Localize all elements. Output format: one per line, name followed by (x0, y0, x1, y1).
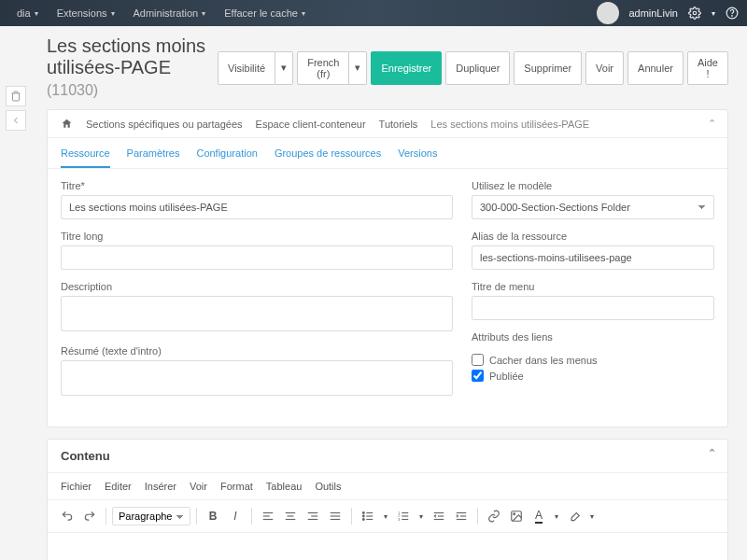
help-icon[interactable] (725, 6, 740, 21)
hide-label: Cacher dans les menus (489, 355, 598, 366)
menu-file[interactable]: Fichier (61, 481, 92, 492)
bold-icon[interactable]: B (203, 506, 223, 526)
ordered-list-icon[interactable]: 123 (393, 506, 414, 526)
indent-icon[interactable] (451, 506, 472, 526)
tab-configuration[interactable]: Configuration (196, 147, 257, 168)
delete-button[interactable]: Supprimer (514, 51, 582, 85)
visibility-button[interactable]: Visibilité (218, 51, 275, 85)
longtitle-input[interactable] (61, 245, 453, 270)
menu-insert[interactable]: Insérer (145, 481, 176, 492)
username[interactable]: adminLivin (628, 7, 678, 19)
menutitle-label: Titre de menu (472, 281, 714, 292)
topbar-right: adminLivin ▾ (597, 2, 740, 24)
topbar-item-clearcache[interactable]: Effacer le cache▾ (215, 7, 315, 19)
format-select[interactable]: Paragraphe (112, 507, 190, 525)
topbar-item-media[interactable]: dia▾ (7, 7, 48, 19)
svg-point-0 (693, 11, 697, 15)
view-button[interactable]: Voir (585, 51, 624, 85)
chevron-down-icon: ▾ (35, 9, 38, 18)
highlight-icon[interactable] (564, 506, 585, 526)
align-right-icon[interactable] (303, 506, 323, 526)
cancel-button[interactable]: Annuler (627, 51, 684, 85)
menutitle-input[interactable] (472, 296, 714, 320)
ordered-list-dropdown[interactable]: ▾ (416, 506, 427, 526)
outdent-icon[interactable] (429, 506, 449, 526)
tab-resource[interactable]: Ressource (61, 147, 110, 168)
rich-editor: Fichier Editer Insérer Voir Format Table… (48, 473, 727, 560)
resource-panel: Sections spécifiques ou partagées Espace… (47, 109, 728, 427)
duplicate-button[interactable]: Dupliquer (445, 51, 510, 85)
title-input[interactable] (61, 195, 453, 219)
collapse-icon[interactable]: ⌃ (708, 447, 716, 459)
template-label: Utilisez le modèle (472, 180, 714, 191)
topbar-item-extensions[interactable]: Extensions▾ (48, 7, 124, 19)
left-tool-rail (6, 86, 26, 131)
editor-menubar: Fichier Editer Insérer Voir Format Table… (48, 473, 727, 500)
linkattr-label: Attributs des liens (472, 331, 714, 343)
tab-parameters[interactable]: Paramètres (127, 147, 180, 168)
published-checkbox[interactable] (472, 370, 484, 382)
undo-icon[interactable] (57, 506, 78, 526)
topbar-item-administration[interactable]: Administration▾ (124, 7, 216, 19)
topbar-left: dia▾ Extensions▾ Administration▾ Effacer… (7, 7, 315, 19)
title-label: Titre* (61, 180, 453, 191)
editor-content[interactable] (48, 533, 727, 560)
trash-icon[interactable] (6, 86, 26, 106)
link-icon[interactable] (484, 506, 504, 526)
menu-table[interactable]: Tableau (266, 481, 303, 492)
help-button[interactable]: Aide ! (687, 51, 728, 85)
bullet-list-icon[interactable] (358, 506, 378, 526)
tab-groups[interactable]: Groupes de ressources (275, 147, 381, 168)
svg-text:3: 3 (398, 518, 400, 522)
tabs: Ressource Paramètres Configuration Group… (48, 138, 727, 169)
menu-tools[interactable]: Outils (315, 481, 341, 492)
action-buttons: Visibilité ▾ French (fr) ▾ Enregistrer D… (218, 51, 728, 85)
breadcrumb: Sections spécifiques ou partagées Espace… (48, 110, 727, 138)
template-select[interactable]: 300-000-Section-Sections Folder (472, 195, 714, 219)
align-center-icon[interactable] (280, 506, 301, 526)
chevron-down-icon: ▾ (202, 9, 205, 18)
collapse-left-icon[interactable] (6, 110, 26, 131)
highlight-dropdown[interactable]: ▾ (586, 506, 598, 526)
align-left-icon[interactable] (258, 506, 278, 526)
tab-versions[interactable]: Versions (398, 147, 437, 168)
bullet-list-dropdown[interactable]: ▾ (380, 506, 391, 526)
gear-icon[interactable] (687, 6, 702, 21)
chevron-down-icon: ▾ (111, 9, 115, 18)
redo-icon[interactable] (79, 506, 100, 526)
breadcrumb-item[interactable]: Tutoriels (379, 119, 418, 130)
align-justify-icon[interactable] (325, 506, 345, 526)
language-dropdown[interactable]: ▾ (349, 51, 367, 85)
menu-view[interactable]: Voir (190, 481, 207, 492)
language-button[interactable]: French (fr) (297, 51, 349, 85)
longtitle-label: Titre long (61, 231, 453, 242)
alias-label: Alias de la ressource (472, 231, 714, 242)
svg-point-34 (514, 513, 515, 515)
menu-format[interactable]: Format (220, 481, 253, 492)
intro-input[interactable] (61, 360, 453, 396)
italic-icon[interactable]: I (225, 506, 246, 526)
page-header: Les sections moins utilisées-PAGE (11030… (47, 35, 728, 100)
page-title: Les sections moins utilisées-PAGE (11030… (47, 35, 218, 100)
top-menubar: dia▾ Extensions▾ Administration▾ Effacer… (0, 0, 747, 26)
hide-checkbox[interactable] (472, 354, 484, 366)
text-color-icon[interactable]: A (529, 506, 549, 526)
content-panel: Contenu ⌃ Fichier Editer Insérer Voir Fo… (47, 439, 728, 560)
alias-input[interactable] (472, 245, 714, 270)
image-icon[interactable] (506, 506, 527, 526)
collapse-icon[interactable]: ⌃ (708, 118, 716, 130)
save-button[interactable]: Enregistrer (371, 51, 442, 85)
description-label: Description (61, 281, 453, 292)
description-input[interactable] (61, 296, 453, 331)
avatar[interactable] (597, 2, 619, 24)
breadcrumb-item[interactable]: Espace client-conteneur (256, 119, 366, 130)
svg-point-2 (732, 16, 733, 17)
breadcrumb-item[interactable]: Sections spécifiques ou partagées (86, 119, 243, 130)
text-color-dropdown[interactable]: ▾ (551, 506, 562, 526)
chevron-down-icon: ▾ (302, 9, 305, 18)
menu-edit[interactable]: Editer (105, 481, 132, 492)
editor-toolbar: Paragraphe B I ▾ 123 ▾ A ▾ (48, 500, 727, 533)
visibility-dropdown[interactable]: ▾ (275, 51, 293, 85)
home-icon[interactable] (61, 118, 73, 130)
svg-point-16 (362, 515, 364, 517)
